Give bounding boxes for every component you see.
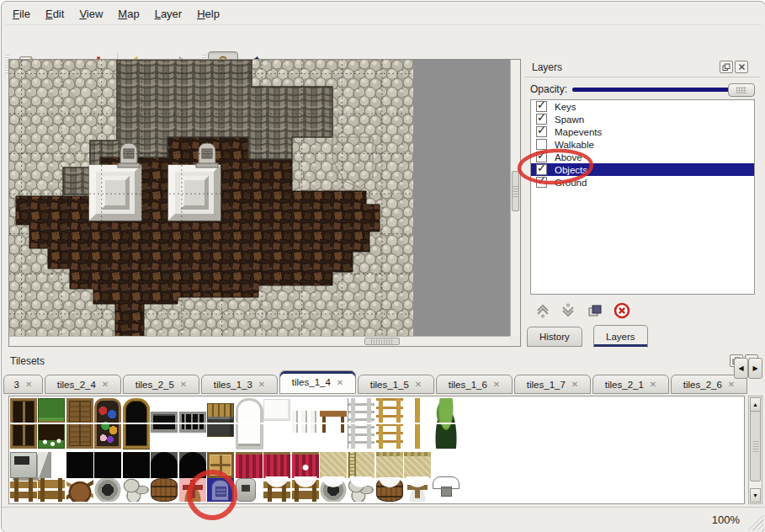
tileset-tab-tiles_1_7[interactable]: tiles_1_7✕ (514, 375, 591, 394)
tile-sign-snow[interactable] (263, 478, 290, 502)
map-vertical-scrollbar[interactable] (510, 60, 520, 336)
tileset-tab-tiles_2_5[interactable]: tiles_2_5✕ (123, 375, 199, 394)
tile-lantern-gray[interactable] (236, 478, 256, 502)
tileset-tab-label: tiles_2_1 (605, 380, 644, 390)
tile-floor-tan-border-2[interactable] (404, 452, 431, 478)
tile-frame-wood[interactable] (207, 452, 234, 478)
layer-row-walkable[interactable]: Walkable (531, 138, 754, 151)
tile-sign-wood-wide[interactable] (38, 478, 65, 502)
menu-map[interactable]: Map (110, 4, 146, 24)
tile-machine-gray[interactable] (10, 452, 37, 478)
tileset-scroll-up-button[interactable]: ▲ (750, 397, 761, 412)
tab-scroll-left-button[interactable]: ◀ (734, 358, 748, 379)
tile-curtain-red-tied[interactable] (292, 452, 319, 478)
tileset-tab-3[interactable]: 3✕ (3, 375, 43, 394)
tile-curtain-red[interactable] (236, 452, 263, 478)
tile-arch-black-2[interactable] (179, 452, 206, 478)
tileset-tab-tiles_1_6[interactable]: tiles_1_6✕ (436, 375, 513, 394)
map-horizontal-scrollbar[interactable] (9, 336, 510, 346)
tab-layers[interactable]: Layers (593, 325, 648, 348)
delete-layer-button[interactable] (611, 301, 633, 320)
tab-close-icon[interactable]: ✕ (102, 380, 109, 389)
menu-view[interactable]: View (72, 4, 110, 24)
tile-floor-tan-ladder[interactable] (348, 452, 375, 478)
layer-label: Ground (555, 178, 587, 188)
tab-history[interactable]: History (527, 327, 582, 347)
opacity-slider[interactable] (572, 80, 755, 98)
tile-well-stone[interactable] (94, 478, 121, 502)
menu-bar: FileEditViewMapLayerHelp (5, 3, 762, 25)
tile-barrel-wood[interactable] (151, 478, 178, 502)
opacity-slider-handle[interactable] (728, 83, 755, 97)
tileset-tab-tiles_1_4[interactable]: tiles_1_4✕ (279, 370, 356, 394)
tileset-tab-label: tiles_1_3 (214, 380, 252, 390)
layers-close-button[interactable] (735, 61, 748, 73)
layer-row-keys[interactable]: ✓Keys (531, 100, 754, 113)
tile-cross-red[interactable] (179, 478, 206, 502)
tile-floor-tan[interactable] (320, 452, 347, 478)
tileset-vscroll-thumb[interactable] (750, 411, 761, 481)
tileset-tab-tiles_1_5[interactable]: tiles_1_5✕ (358, 375, 434, 394)
menu-edit[interactable]: Edit (38, 4, 72, 24)
tileset-tab-tiles_2_4[interactable]: tiles_2_4✕ (45, 375, 121, 394)
tab-close-icon[interactable]: ✕ (650, 380, 656, 389)
tab-scroll-right-button[interactable]: ▶ (748, 358, 762, 379)
tab-close-icon[interactable]: ✕ (415, 380, 422, 389)
tile-gravestone-blue[interactable] (207, 478, 234, 502)
tile-sign-wood[interactable] (10, 478, 37, 502)
tab-close-icon[interactable]: ✕ (728, 380, 735, 389)
tileset-tab-tiles_2_1[interactable]: tiles_2_1✕ (592, 375, 669, 394)
tab-close-icon[interactable]: ✕ (180, 380, 187, 389)
tab-close-icon[interactable]: ✕ (493, 380, 500, 389)
tileset-tab-tiles_1_3[interactable]: tiles_1_3✕ (201, 375, 278, 394)
tile-stones-snow[interactable] (348, 478, 375, 502)
tile-window-barred[interactable] (179, 412, 206, 432)
tile-window-small-dark[interactable] (151, 412, 178, 432)
tile-pillars-white[interactable] (292, 411, 319, 433)
tile-tile-black[interactable] (66, 452, 93, 478)
tilesets-panel: Tilesets 3✕tiles_2_4✕tiles_2_5✕tiles_1_3… (3, 354, 765, 507)
menu-layer[interactable]: Layer (147, 4, 190, 24)
layers-float-button[interactable] (720, 61, 733, 73)
tile-curtain-red-2[interactable] (263, 452, 290, 478)
tile-sign-snow-wide[interactable] (292, 478, 319, 502)
layer-row-ground[interactable]: ✓Ground (531, 176, 754, 189)
menu-help[interactable]: Help (189, 4, 227, 24)
tab-close-icon[interactable]: ✕ (337, 378, 343, 387)
tileset-vertical-scrollbar[interactable]: ▲ ▼ (748, 396, 762, 504)
duplicate-layer-button[interactable] (584, 301, 606, 320)
tile-tile-black-3[interactable] (123, 452, 150, 478)
tileset-scroll-down-button[interactable]: ▼ (750, 488, 761, 503)
tile-well-snow[interactable] (320, 478, 347, 502)
map-vscroll-thumb[interactable] (512, 171, 519, 211)
tab-close-icon[interactable]: ✕ (25, 380, 32, 389)
tile-table-wood[interactable] (320, 409, 347, 433)
lower-layer-button[interactable] (557, 301, 579, 320)
tile-window-awning[interactable] (207, 403, 234, 437)
tile-tile-black-2[interactable] (94, 452, 121, 478)
tile-tile-white-blank[interactable] (263, 399, 290, 421)
map-hscroll-thumb[interactable] (364, 338, 400, 345)
tile-gravestone-snow[interactable] (433, 478, 460, 502)
layer-row-objects[interactable]: ✓Objects (531, 163, 754, 176)
tile-barrel-snow[interactable] (376, 478, 403, 502)
tile-basket-wood[interactable] (66, 478, 93, 502)
map-canvas[interactable] (9, 60, 413, 336)
resize-grip[interactable] (746, 513, 763, 530)
layer-visibility-checkbox[interactable]: ✓ (536, 177, 547, 188)
tab-close-icon[interactable]: ✕ (258, 380, 265, 389)
layer-visibility-checkbox[interactable]: ✓ (536, 126, 547, 137)
tile-cross-snow[interactable] (404, 478, 431, 502)
layer-row-spawn[interactable]: ✓Spawn (531, 113, 754, 125)
duplicate-layer-icon (587, 303, 603, 318)
tile-wedge-gray[interactable] (38, 452, 51, 478)
tileset-tab-label: tiles_2_5 (135, 380, 174, 390)
raise-layer-button[interactable] (532, 301, 554, 320)
tile-stones-gray[interactable] (123, 478, 150, 502)
tile-floor-tan-border[interactable] (376, 452, 403, 478)
tab-close-icon[interactable]: ✕ (571, 380, 578, 389)
tile-arch-black[interactable] (151, 452, 178, 478)
layer-row-above[interactable]: ✓Above (531, 151, 754, 163)
layer-row-mapevents[interactable]: ✓Mapevents (531, 125, 754, 138)
menu-file[interactable]: File (5, 4, 38, 24)
